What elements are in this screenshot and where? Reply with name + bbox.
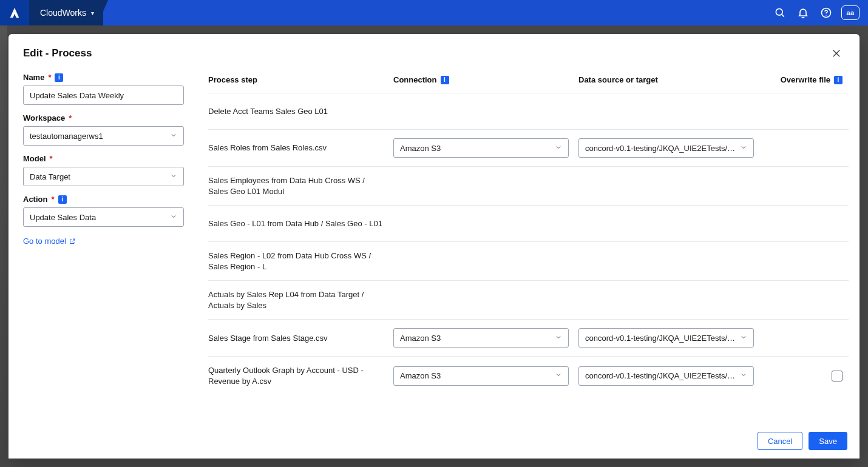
connection-value: Amazon S3 bbox=[400, 144, 441, 153]
external-link-icon bbox=[69, 238, 76, 245]
required-mark: * bbox=[51, 195, 54, 204]
table-row: Sales Employees from Data Hub Cross WS /… bbox=[208, 166, 849, 205]
chevron-down-icon bbox=[170, 172, 177, 181]
source-value: concord-v0.1-testing/JKQA_UIE2ETests/Dat… bbox=[585, 334, 737, 343]
help-icon bbox=[820, 7, 832, 19]
search-icon bbox=[774, 7, 786, 19]
search-button[interactable] bbox=[768, 0, 792, 25]
step-label: Sales Stage from Sales Stage.csv bbox=[208, 333, 393, 344]
modal-footer: Cancel Save bbox=[8, 423, 860, 459]
info-icon[interactable]: i bbox=[441, 76, 449, 84]
model-select[interactable]: Data Target bbox=[23, 167, 184, 186]
step-label: Actuals by Sales Rep L04 from Data Targe… bbox=[208, 289, 393, 311]
help-button[interactable] bbox=[815, 0, 838, 25]
workspace-field: Workspace* testautomanagerws1 bbox=[23, 113, 184, 146]
chevron-down-icon bbox=[740, 334, 747, 343]
go-to-model-link[interactable]: Go to model bbox=[23, 237, 184, 246]
table-header-row: Process step Connection i Data source or… bbox=[208, 69, 849, 93]
workspace-select[interactable]: testautomanagerws1 bbox=[23, 126, 184, 146]
model-label: Model bbox=[23, 154, 46, 163]
product-switcher[interactable]: CloudWorks ▾ bbox=[29, 0, 108, 25]
notifications-button[interactable] bbox=[792, 0, 815, 25]
modal-backdrop: Edit - Process Name* i bbox=[0, 25, 868, 467]
svg-point-0 bbox=[776, 8, 782, 15]
action-select[interactable]: Update Sales Data bbox=[23, 207, 184, 227]
form-column: Name* i Workspace* testautomanagerws1 bbox=[8, 69, 194, 423]
avatar-initials: aa bbox=[846, 9, 854, 16]
chevron-down-icon bbox=[740, 371, 747, 380]
close-icon bbox=[831, 48, 842, 59]
action-value: Update Sales Data bbox=[30, 213, 96, 222]
go-to-model-label: Go to model bbox=[23, 237, 66, 246]
source-select[interactable]: concord-v0.1-testing/JKQA_UIE2ETests/Dat… bbox=[578, 328, 754, 348]
modal-body: Name* i Workspace* testautomanagerws1 bbox=[8, 69, 860, 423]
chevron-down-icon bbox=[555, 371, 562, 380]
bell-icon bbox=[797, 7, 809, 19]
cancel-label: Cancel bbox=[768, 437, 792, 446]
info-icon[interactable]: i bbox=[58, 195, 67, 204]
svg-point-3 bbox=[826, 15, 826, 16]
step-label: Sales Roles from Sales Roles.csv bbox=[208, 143, 393, 153]
table-row: Sales Roles from Sales Roles.csvAmazon S… bbox=[208, 129, 849, 166]
connection-select[interactable]: Amazon S3 bbox=[393, 366, 569, 386]
user-avatar[interactable]: aa bbox=[841, 5, 860, 20]
topbar: CloudWorks ▾ aa bbox=[0, 0, 868, 25]
logo-icon bbox=[8, 6, 21, 19]
edit-process-modal: Edit - Process Name* i bbox=[8, 34, 860, 459]
step-label: Sales Region - L02 from Data Hub Cross W… bbox=[208, 250, 393, 272]
table-row: Delete Acct Teams Sales Geo L01 bbox=[208, 93, 849, 129]
header-overwrite: Overwrite file bbox=[781, 75, 830, 84]
step-label: Sales Geo - L01 from Data Hub / Sales Ge… bbox=[208, 218, 393, 229]
required-mark: * bbox=[50, 154, 53, 163]
svg-line-1 bbox=[782, 15, 784, 17]
app-logo[interactable] bbox=[0, 0, 29, 25]
name-field: Name* i bbox=[23, 73, 184, 105]
close-button[interactable] bbox=[828, 45, 845, 62]
action-field: Action* i Update Sales Data bbox=[23, 195, 184, 227]
required-mark: * bbox=[48, 73, 51, 82]
model-field: Model* Data Target bbox=[23, 154, 184, 186]
chevron-down-icon: ▾ bbox=[91, 10, 94, 16]
action-label: Action bbox=[23, 195, 47, 204]
modal-title: Edit - Process bbox=[23, 47, 92, 59]
required-mark: * bbox=[69, 113, 72, 123]
modal-header: Edit - Process bbox=[8, 34, 860, 69]
svg-line-6 bbox=[72, 239, 75, 242]
product-name: CloudWorks bbox=[40, 8, 86, 18]
name-label: Name bbox=[23, 73, 44, 82]
save-button[interactable]: Save bbox=[809, 432, 847, 450]
step-label: Sales Employees from Data Hub Cross WS /… bbox=[208, 175, 393, 197]
step-label: Quarterly Outlook Graph by Account - USD… bbox=[208, 365, 393, 386]
table-row: Sales Stage from Sales Stage.csvAmazon S… bbox=[208, 319, 849, 356]
connection-value: Amazon S3 bbox=[400, 371, 441, 380]
save-label: Save bbox=[819, 437, 837, 446]
model-value: Data Target bbox=[30, 172, 70, 181]
table-row: Quarterly Outlook Graph by Account - USD… bbox=[208, 356, 849, 395]
header-connection: Connection bbox=[393, 75, 437, 84]
workspace-value: testautomanagerws1 bbox=[30, 132, 103, 141]
workspace-label: Workspace bbox=[23, 113, 65, 123]
header-step: Process step bbox=[208, 75, 393, 84]
source-select[interactable]: concord-v0.1-testing/JKQA_UIE2ETests/Dat… bbox=[578, 138, 754, 158]
chevron-down-icon bbox=[555, 144, 562, 153]
table-row: Sales Geo - L01 from Data Hub / Sales Ge… bbox=[208, 205, 849, 241]
source-select[interactable]: concord-v0.1-testing/JKQA_UIE2ETests/Exp… bbox=[578, 366, 754, 386]
source-value: concord-v0.1-testing/JKQA_UIE2ETests/Dat… bbox=[585, 144, 737, 153]
chevron-down-icon bbox=[555, 334, 562, 343]
chevron-down-icon bbox=[170, 213, 177, 222]
steps-table: Process step Connection i Data source or… bbox=[194, 69, 860, 423]
connection-select[interactable]: Amazon S3 bbox=[393, 138, 569, 158]
info-icon[interactable]: i bbox=[834, 76, 843, 84]
header-source: Data source or target bbox=[578, 75, 764, 84]
table-row: Actuals by Sales Rep L04 from Data Targe… bbox=[208, 280, 849, 319]
name-input[interactable] bbox=[23, 86, 184, 105]
source-value: concord-v0.1-testing/JKQA_UIE2ETests/Exp… bbox=[585, 371, 737, 380]
info-icon[interactable]: i bbox=[55, 73, 63, 82]
chevron-down-icon bbox=[740, 144, 747, 153]
step-label: Delete Acct Teams Sales Geo L01 bbox=[208, 106, 393, 117]
connection-select[interactable]: Amazon S3 bbox=[393, 328, 569, 348]
connection-value: Amazon S3 bbox=[400, 334, 441, 343]
cancel-button[interactable]: Cancel bbox=[758, 432, 802, 450]
table-row: Sales Region - L02 from Data Hub Cross W… bbox=[208, 241, 849, 280]
overwrite-checkbox[interactable] bbox=[832, 371, 843, 381]
